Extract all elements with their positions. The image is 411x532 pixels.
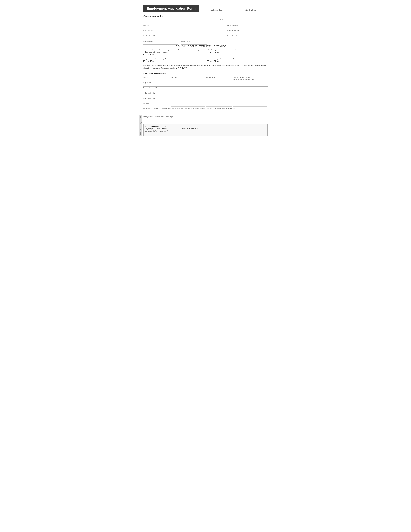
fulltime-checkbox[interactable]: FULLTIME: [176, 45, 186, 47]
question-age: Are you at least 18 years of age? YES NO: [143, 58, 204, 62]
first-name-field: First Name: [181, 19, 218, 23]
hours-available-field: Hours Available: [181, 40, 207, 45]
position-field: Position Applied For: [143, 35, 224, 39]
application-date-label: Application Date: [199, 9, 234, 11]
education-info-title: Education Information: [143, 73, 268, 76]
temporary-checkbox[interactable]: TEMPORARY: [199, 45, 211, 47]
question-essential-functions: Are you able to peform the essential job…: [143, 49, 204, 56]
q4-yes-checkbox[interactable]: YES: [207, 60, 212, 62]
clerical-computer-label: ComputerSkills (hardware/software): [145, 130, 266, 133]
interview-date-label: Interview Date: [233, 9, 268, 11]
form-title: Employment Application Form: [143, 5, 199, 12]
edu-row-graduate: Graduate: [143, 102, 268, 107]
edu-col-degree: Degree, Diploma, License or Certificate …: [233, 76, 268, 81]
clerical-section: For Clerical Applicants Only: Do you typ…: [143, 124, 268, 136]
q2-yes-checkbox[interactable]: YES: [207, 52, 212, 53]
edu-row-college1: College/university: [143, 92, 268, 97]
sidebar-text: TOD Form: Employment Application 1003: [140, 116, 141, 135]
other-skills-label: Other Special Knowledge, Skills otQualif…: [143, 108, 268, 109]
q3-no-checkbox[interactable]: NO: [150, 60, 155, 62]
military-service-label: Military Service (list dates, ranks and …: [143, 116, 268, 117]
crime-paragraph: Have you ever been convicted of a crime,…: [143, 63, 268, 70]
q1-yes-checkbox[interactable]: YES: [143, 54, 149, 56]
last-name-field: Last Name: [143, 19, 181, 23]
ssn-field: Social Security No.: [235, 19, 268, 23]
edu-col-school: School: [143, 76, 171, 81]
edu-row-high-school: High School: [143, 81, 268, 86]
q1-no-checkbox[interactable]: NO: [150, 54, 155, 56]
clerical-title: For Clerical Applicants Only:: [145, 125, 266, 127]
crime-yes-checkbox[interactable]: YES: [176, 66, 181, 69]
clerical-yes-checkbox[interactable]: YES: WORDS PER MINUTE: [161, 128, 199, 130]
edu-col-major: Major Studies: [206, 76, 233, 81]
q2-no-checkbox[interactable]: NO: [214, 52, 219, 53]
clerical-no-checkbox[interactable]: NO: [155, 128, 160, 130]
edu-row-vocation: Vocation/Business/Other: [143, 86, 268, 92]
general-info-title: General Information: [143, 15, 268, 18]
q4-no-checkbox[interactable]: NO: [214, 60, 219, 62]
question-overtime: If hired, will you be able to work overt…: [207, 49, 268, 56]
parttime-checkbox[interactable]: PARTIME: [188, 45, 197, 47]
crime-no-checkbox[interactable]: NO: [182, 66, 187, 69]
initial-field: Initial: [218, 19, 235, 23]
edu-row-college2: College/university: [143, 97, 268, 102]
address-field: Address: [143, 25, 224, 29]
salary-field: Salary Desired: [227, 35, 268, 39]
question-work-permit: If under 18, do you have a work permit? …: [207, 58, 268, 62]
clerical-type-label: Do you type?: [145, 128, 154, 130]
city-state-zip-field: City, State, Zip: [143, 30, 224, 34]
message-telephone-field: Message Telephone: [227, 30, 268, 34]
home-telephone-field: Home Telephone: [227, 25, 268, 29]
edu-col-address: Address: [171, 76, 206, 81]
q3-yes-checkbox[interactable]: YES: [143, 60, 149, 62]
permanent-checkbox[interactable]: PERMANENT: [214, 45, 226, 47]
date-available-field: Date Available: [143, 40, 178, 45]
